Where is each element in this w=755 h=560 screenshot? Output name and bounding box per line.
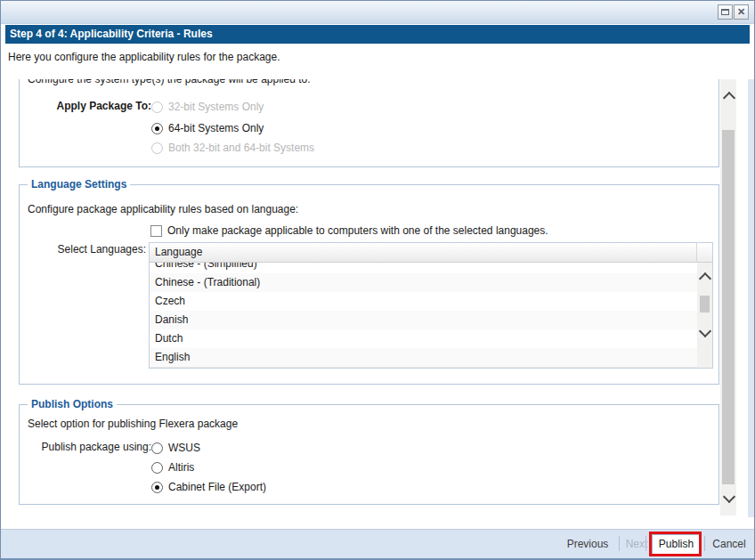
previous-button[interactable]: Previous (562, 537, 613, 551)
apply-package-to-label: Apply Package To: (28, 100, 151, 113)
scroll-up-icon[interactable] (723, 92, 735, 104)
footer-separator (704, 536, 705, 551)
group-system-type (19, 79, 719, 167)
publish-options-legend: Publish Options (28, 398, 117, 410)
scroll-up-icon[interactable] (699, 272, 711, 285)
language-row[interactable]: Chinese - (Traditional) (150, 273, 697, 293)
footer-separator (619, 536, 620, 551)
language-row[interactable]: English (150, 348, 697, 368)
language-filter-checkbox-label: Only make package applicable to computer… (167, 223, 548, 238)
wizard-dialog: ✕ Step 4 of 4: Applicability Criteria - … (0, 0, 755, 560)
radio-64bit-systems[interactable]: 64-bit Systems Only (151, 121, 264, 135)
wizard-subtitle: Here you configure the applicability rul… (8, 51, 280, 64)
radio-altiris[interactable]: Altiris (151, 460, 194, 475)
language-description: Configure package applicability rules ba… (28, 203, 298, 216)
wizard-content: Configure the system type(s) the package… (8, 79, 720, 517)
wizard-step-title: Step 4 of 4: Applicability Criteria - Ru… (5, 25, 750, 44)
footer-bar: Previous Next Publish Cancel (1, 529, 754, 558)
footer-separator (645, 536, 646, 551)
maximize-icon (721, 9, 729, 15)
title-bar (1, 1, 754, 24)
language-list-scrollbar[interactable] (697, 263, 712, 368)
publish-highlight-annotation (649, 532, 702, 556)
radio-both-systems: Both 32-bit and 64-bit Systems (151, 141, 314, 155)
maximize-button[interactable] (718, 4, 733, 20)
close-icon: ✕ (737, 7, 745, 17)
radio-icon (151, 142, 163, 154)
language-row[interactable]: Dutch (150, 329, 697, 349)
select-languages-label: Select Languages: (28, 243, 146, 256)
close-button[interactable]: ✕ (734, 4, 749, 20)
language-column-header: Language (150, 243, 712, 262)
radio-selected-icon (151, 482, 163, 493)
radio-cabinet-file[interactable]: Cabinet File (Export) (151, 480, 266, 494)
language-filter-checkbox-row: Only make package applicable to computer… (150, 223, 548, 238)
scroll-down-icon[interactable] (723, 491, 735, 503)
scroll-down-icon[interactable] (699, 325, 711, 337)
publish-package-using-label: Publish package using: (28, 441, 151, 454)
radio-selected-icon (151, 123, 163, 134)
radio-icon (151, 442, 163, 454)
language-list-header-corner (696, 243, 712, 262)
language-settings-legend: Language Settings (28, 178, 130, 191)
language-list: Language Chinese - (Simplified) Chinese … (149, 242, 713, 369)
language-filter-checkbox[interactable] (150, 225, 162, 237)
language-row[interactable]: Danish (150, 311, 697, 330)
language-list-rows: Chinese - (Simplified) Chinese - (Tradit… (150, 263, 697, 368)
cancel-button[interactable]: Cancel (709, 537, 750, 551)
system-type-description: Configure the system type(s) the package… (28, 79, 311, 86)
content-right-frame (748, 79, 755, 517)
content-scroll-thumb[interactable] (722, 130, 735, 484)
publish-description: Select option for publishing Flexera pac… (28, 418, 238, 431)
radio-wsus[interactable]: WSUS (151, 441, 200, 455)
radio-icon (151, 462, 163, 474)
content-scrollbar[interactable] (720, 79, 736, 515)
language-list-header[interactable]: Language (150, 243, 712, 263)
language-row[interactable]: Czech (150, 292, 697, 312)
language-list-scroll-thumb[interactable] (700, 296, 710, 312)
radio-icon (151, 101, 163, 113)
radio-32bit-systems: 32-bit Systems Only (151, 100, 264, 114)
